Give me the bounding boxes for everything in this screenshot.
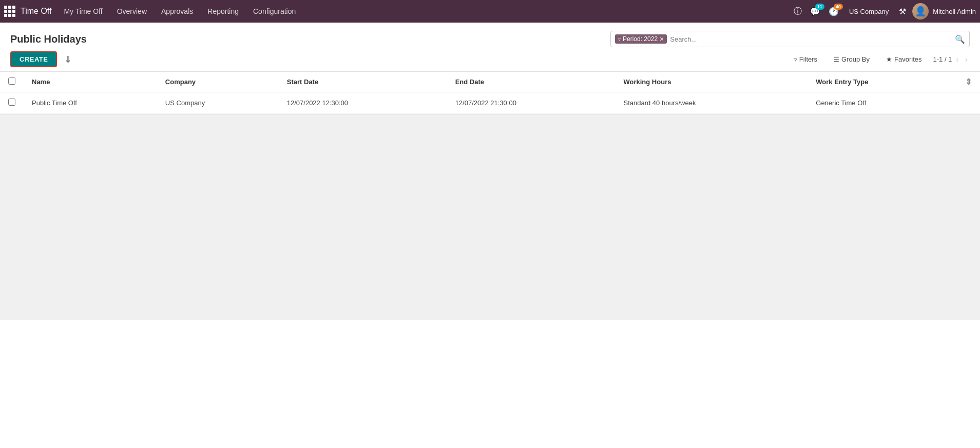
pagination-info: 1-1 / 1	[933, 55, 952, 63]
row-end-date: 12/07/2022 21:30:00	[447, 92, 616, 114]
download-icon-btn[interactable]: ⇓	[60, 52, 76, 67]
pagination-next[interactable]: ›	[963, 54, 970, 65]
row-checkbox[interactable]	[8, 99, 15, 106]
messages-badge: 11	[815, 4, 824, 10]
avatar-image: 👤	[912, 3, 929, 20]
wrench-icon: ⚒	[899, 7, 906, 16]
toolbar-left: CREATE ⇓	[10, 51, 76, 67]
pagination-prev[interactable]: ‹	[954, 54, 960, 65]
search-icon[interactable]: 🔍	[955, 34, 965, 44]
filter-icon: ▿	[794, 56, 797, 63]
grid-icon	[4, 6, 15, 17]
toolbar-right: ▿ Filters ☰ Group By ★ Favorites 1-1 / 1…	[789, 53, 970, 65]
main-content: Public Holidays ▿ Period: 2022 × 🔍 CREAT…	[0, 23, 980, 448]
row-name[interactable]: Public Time Off	[24, 92, 157, 114]
favorites-button[interactable]: ★ Favorites	[881, 53, 927, 65]
header-end-date: End Date	[447, 72, 616, 92]
group-by-icon: ☰	[834, 56, 839, 63]
help-icon: ⓘ	[794, 6, 802, 17]
search-input[interactable]	[667, 35, 955, 43]
filter-tag-close[interactable]: ×	[660, 35, 664, 43]
table-row[interactable]: Public Time Off US Company 12/07/2022 12…	[0, 92, 980, 114]
nav-my-time-off[interactable]: My Time Off	[57, 5, 108, 17]
filters-button[interactable]: ▿ Filters	[789, 53, 822, 65]
row-start-date: 12/07/2022 12:30:00	[279, 92, 447, 114]
company-name: US Company	[845, 8, 893, 15]
help-icon-btn[interactable]: ⓘ	[792, 4, 804, 19]
navbar-right: ⓘ 💬 11 🕐 40 US Company ⚒ 👤 Mitchell Admi…	[792, 3, 976, 20]
pagination: 1-1 / 1 ‹ ›	[933, 54, 970, 65]
nav-overview[interactable]: Overview	[111, 5, 153, 17]
tools-icon-btn[interactable]: ⚒	[897, 5, 908, 18]
bottom-area	[0, 114, 980, 320]
nav-configuration[interactable]: Configuration	[247, 5, 302, 17]
page-title: Public Holidays	[10, 33, 87, 45]
search-bar[interactable]: ▿ Period: 2022 × 🔍	[610, 31, 970, 47]
nav-approvals[interactable]: Approvals	[155, 5, 199, 17]
favorites-label: Favorites	[894, 55, 921, 63]
row-working-hours: Standard 40 hours/week	[615, 92, 808, 114]
user-avatar[interactable]: 👤	[912, 3, 929, 20]
nav-reporting[interactable]: Reporting	[201, 5, 245, 17]
row-work-entry-type: Generic Time Off	[808, 92, 957, 114]
filter-tag-icon: ▿	[618, 36, 621, 42]
create-button[interactable]: CREATE	[10, 51, 57, 67]
activities-badge: 40	[834, 4, 843, 10]
filters-label: Filters	[799, 55, 817, 63]
filter-tag-label: Period: 2022	[623, 35, 658, 43]
search-filter-tag[interactable]: ▿ Period: 2022 ×	[615, 34, 667, 44]
group-by-label: Group By	[841, 55, 870, 63]
page-header: Public Holidays ▿ Period: 2022 × 🔍	[0, 23, 980, 47]
header-company: Company	[157, 72, 279, 92]
activities-icon-btn[interactable]: 🕐 40	[827, 5, 841, 18]
data-table: Name Company Start Date End Date Working…	[0, 71, 980, 114]
navbar: Time Off My Time Off Overview Approvals …	[0, 0, 980, 23]
header-working-hours: Working Hours	[615, 72, 808, 92]
toolbar: CREATE ⇓ ▿ Filters ☰ Group By ★ Favorite…	[0, 47, 980, 71]
messages-icon-btn[interactable]: 💬 11	[808, 5, 822, 18]
row-company: US Company	[157, 92, 279, 114]
app-brand[interactable]: Time Off	[4, 6, 51, 17]
download-icon: ⇓	[64, 54, 72, 65]
row-checkbox-cell	[0, 92, 24, 114]
header-name: Name	[24, 72, 157, 92]
header-checkbox-col	[0, 72, 24, 92]
column-settings-icon[interactable]: ⇕	[965, 77, 972, 86]
select-all-checkbox[interactable]	[8, 77, 15, 85]
header-work-entry-type: Work Entry Type	[808, 72, 957, 92]
header-settings-col: ⇕	[957, 72, 980, 92]
group-by-button[interactable]: ☰ Group By	[829, 53, 875, 65]
app-name: Time Off	[21, 7, 51, 16]
header-start-date: Start Date	[279, 72, 447, 92]
star-icon: ★	[886, 55, 892, 63]
table-header-row: Name Company Start Date End Date Working…	[0, 72, 980, 92]
row-settings-cell	[957, 92, 980, 114]
user-name: Mitchell Admin	[933, 8, 976, 15]
